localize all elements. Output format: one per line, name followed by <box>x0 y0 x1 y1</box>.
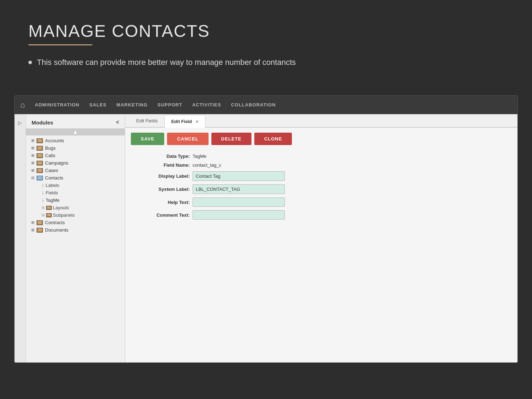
folder-icon-documents <box>37 228 43 233</box>
modules-label: Modules <box>32 120 53 126</box>
expand-icon-contacts: ⊟ <box>30 176 35 180</box>
nav-item-activities[interactable]: ACTIVITIES <box>192 102 221 107</box>
help-text-row: Help Text: <box>136 198 507 207</box>
connector-layouts: ⊞ <box>41 205 45 210</box>
scroll-up-icon: ▲ <box>73 129 78 135</box>
sidebar-tree: ⊞ Accounts ⊞ Bugs ⊞ Calls <box>26 135 125 235</box>
title-underline <box>28 44 92 45</box>
sidebar-item-accounts[interactable]: ⊞ Accounts <box>26 137 125 144</box>
system-label-row: System Label: <box>136 184 507 194</box>
sidebar-item-bugs[interactable]: ⊞ Bugs <box>26 144 125 152</box>
data-type-row: Data Type: TagMe <box>136 154 507 159</box>
sidebar-header: Modules < <box>26 114 125 128</box>
connector-labels: ├ <box>41 183 44 188</box>
help-text-input[interactable] <box>193 198 285 207</box>
nav-item-administration[interactable]: ADMINISTRATION <box>35 102 79 107</box>
expand-icon-contracts: ⊞ <box>30 220 35 225</box>
sidebar-item-campaigns[interactable]: ⊞ Campaigns <box>26 159 125 167</box>
comment-text-row: Comment Text: <box>136 210 507 220</box>
campaigns-label: Campaigns <box>45 160 68 166</box>
expand-icon-cases: ⊞ <box>30 168 35 173</box>
sidebar: Modules < ▲ ⊞ Accounts ⊞ Bugs <box>26 114 125 362</box>
help-text-label: Help Text: <box>136 200 193 205</box>
system-label-label: System Label: <box>136 187 193 192</box>
slide-title: MANAGE CONTACTS <box>28 21 504 41</box>
delete-button[interactable]: DELETE <box>211 133 251 145</box>
expand-icon-calls: ⊞ <box>30 153 35 158</box>
field-name-row: Field Name: contact_tag_c <box>136 162 507 168</box>
sidebar-item-layouts[interactable]: ⊞ Layouts <box>26 204 125 211</box>
toggle-arrow-icon: ▷ <box>18 120 22 126</box>
folder-icon-contacts <box>37 176 43 181</box>
tab-close-icon[interactable]: ✕ <box>195 120 199 124</box>
sidebar-item-cases[interactable]: ⊞ Cases <box>26 167 125 174</box>
presentation-area: MANAGE CONTACTS This software can provid… <box>0 0 532 95</box>
sidebar-item-relationships[interactable]: ├ TagMe <box>26 196 125 204</box>
labels-label: Labels <box>46 183 59 188</box>
folder-icon-accounts <box>37 138 43 143</box>
tab-edit-field[interactable]: Edit Field ✕ <box>165 115 205 128</box>
documents-label: Documents <box>45 227 68 233</box>
comment-text-input[interactable] <box>193 210 285 220</box>
sidebar-item-documents[interactable]: ⊞ Documents <box>26 226 125 234</box>
sidebar-item-labels[interactable]: ├ Labels <box>26 182 125 189</box>
folder-icon-contracts <box>37 220 43 225</box>
sidebar-collapse-button[interactable]: < <box>116 119 119 126</box>
expand-icon-accounts: ⊞ <box>30 138 35 143</box>
data-type-label: Data Type: <box>136 154 193 159</box>
bullet-dot <box>28 61 32 64</box>
contacts-label: Contacts <box>45 175 63 181</box>
bugs-label: Bugs <box>45 145 56 151</box>
cancel-button[interactable]: CANCEL <box>167 133 208 145</box>
subpanels-label: Subpanels <box>53 212 74 218</box>
folder-icon-bugs <box>37 146 43 151</box>
sidebar-item-subpanels[interactable]: ⊞ Subpanels <box>26 211 125 219</box>
accounts-label: Accounts <box>45 138 64 143</box>
relationships-label: TagMe <box>46 198 60 203</box>
layouts-label: Layouts <box>53 205 69 210</box>
contracts-label: Contracts <box>45 220 65 225</box>
calls-label: Calls <box>45 153 55 158</box>
connector-fields: ├ <box>41 191 44 195</box>
cases-label: Cases <box>45 168 58 173</box>
system-label-input[interactable] <box>193 184 285 194</box>
sidebar-item-contracts[interactable]: ⊞ Contracts <box>26 219 125 226</box>
folder-icon-campaigns <box>37 161 43 166</box>
sidebar-item-calls[interactable]: ⊞ Calls <box>26 152 125 159</box>
field-name-label: Field Name: <box>136 162 193 168</box>
expand-icon-documents: ⊞ <box>30 228 35 232</box>
main-layout: ▷ Modules < ▲ ⊞ Accounts ⊞ <box>15 114 517 362</box>
data-type-value: TagMe <box>193 154 206 159</box>
sidebar-toggle[interactable]: ▷ <box>15 114 26 362</box>
home-icon[interactable]: ⌂ <box>20 100 25 110</box>
connector-relationships: ├ <box>41 198 44 203</box>
tabs-bar: Edit Fields Edit Field ✕ <box>125 114 517 128</box>
connector-subpanels: ⊞ <box>41 213 45 217</box>
field-name-value: contact_tag_c <box>193 162 221 168</box>
expand-icon-bugs: ⊞ <box>30 146 35 150</box>
expand-icon-campaigns: ⊞ <box>30 161 35 165</box>
nav-item-marketing[interactable]: MARKETING <box>116 102 148 107</box>
folder-icon-calls <box>37 153 43 158</box>
scroll-up-button[interactable]: ▲ <box>26 128 125 135</box>
display-label-label: Display Label: <box>136 173 193 179</box>
folder-icon-subpanels <box>46 213 52 217</box>
folder-icon-cases <box>37 168 43 173</box>
comment-text-label: Comment Text: <box>136 212 193 218</box>
action-bar: SAVE CANCEL DELETE CLONE <box>125 128 517 150</box>
form-section: Data Type: TagMe Field Name: contact_tag… <box>125 150 517 230</box>
save-button[interactable]: SAVE <box>131 133 164 145</box>
clone-button[interactable]: CLONE <box>254 133 292 145</box>
nav-item-collaboration[interactable]: COLLABORATION <box>231 102 276 107</box>
display-label-row: Display Label: <box>136 171 507 181</box>
nav-item-support[interactable]: SUPPORT <box>157 102 182 107</box>
app-window: ⌂ ADMINISTRATION SALES MARKETING SUPPORT… <box>14 95 518 363</box>
nav-item-sales[interactable]: SALES <box>89 102 106 107</box>
tab-edit-fields[interactable]: Edit Fields <box>129 114 165 127</box>
fields-label: Fields <box>46 190 58 195</box>
top-nav: ⌂ ADMINISTRATION SALES MARKETING SUPPORT… <box>15 96 517 114</box>
bullet-point: This software can provide more better wa… <box>28 58 504 67</box>
display-label-input[interactable] <box>193 171 285 181</box>
sidebar-item-fields[interactable]: ├ Fields <box>26 189 125 196</box>
sidebar-item-contacts[interactable]: ⊟ Contacts <box>26 174 125 182</box>
